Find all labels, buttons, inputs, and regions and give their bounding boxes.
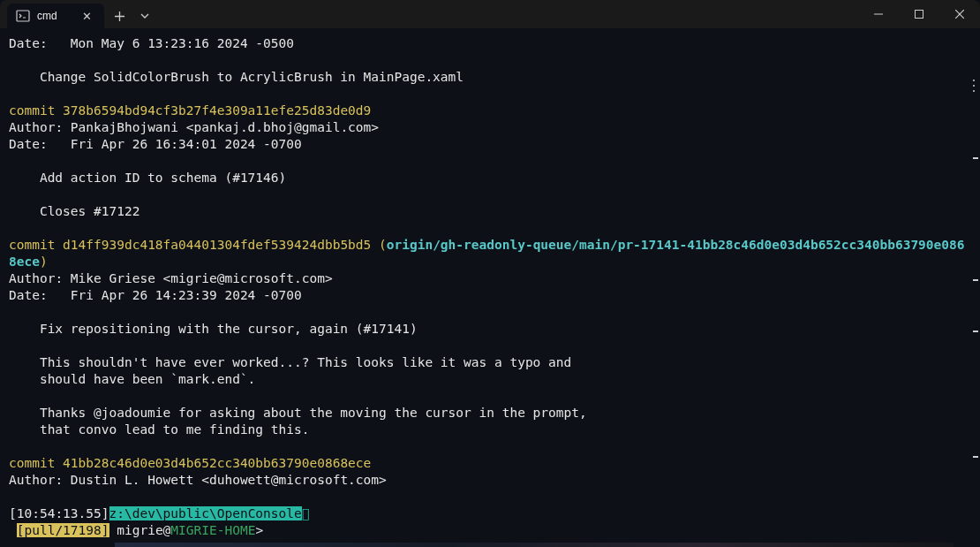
commit-ref-suffix: ): [40, 255, 48, 269]
blank-line: [9, 186, 971, 203]
log-line: Change SolidColorBrush to AcrylicBrush i…: [9, 69, 971, 86]
title-bar: cmd ✕: [0, 0, 980, 28]
log-line: Thanks @joadoumie for asking about the m…: [9, 405, 971, 422]
commit-line: commit d14ff939dc418fa04401304fdef539424…: [9, 237, 971, 270]
taskbar-sliver: [115, 543, 954, 547]
prompt-gt: >: [255, 523, 263, 537]
commit-line: commit 41bb28c46d0e03d4b652cc340bb63790e…: [9, 455, 971, 472]
log-line: Fix repositioning with the cursor, again…: [9, 321, 971, 338]
log-line: Author: Mike Griese <migrie@microsoft.co…: [9, 270, 971, 287]
log-line: Date: Mon May 6 13:23:16 2024 -0500: [9, 35, 971, 52]
blank-line: [9, 86, 971, 103]
blank-line: [9, 220, 971, 237]
log-line: Author: PankajBhojwani <pankaj.d.bhoj@gm…: [9, 119, 971, 136]
log-line: Closes #17122: [9, 203, 971, 220]
blank-line: [9, 489, 971, 505]
prompt-line-2[interactable]: [pull/17198] migrie@MIGRIE-HOME>: [9, 522, 971, 539]
maximize-button[interactable]: [899, 0, 939, 28]
blank-line: [9, 52, 971, 69]
terminal-icon: [16, 9, 30, 23]
log-line: Date: Fri Apr 26 16:34:01 2024 -0700: [9, 136, 971, 153]
prompt-path: z:\dev\public\OpenConsole: [109, 506, 302, 520]
svg-rect-0: [17, 11, 29, 21]
prompt-time: [10:54:13.55]: [9, 506, 109, 520]
svg-rect-5: [916, 11, 923, 19]
commit-line: commit 378b6594bd94cf3b27f4e309a11efe25d…: [9, 103, 971, 119]
log-line: This shouldn't have ever worked...? This…: [9, 354, 971, 371]
new-tab-dropdown[interactable]: [134, 4, 155, 28]
prompt-user: migrie@: [109, 523, 171, 537]
commit-hash: commit d14ff939dc418fa04401304fdef539424…: [9, 238, 387, 252]
terminal-viewport[interactable]: Date: Mon May 6 13:23:16 2024 -0500 Chan…: [0, 28, 980, 547]
blank-line: [9, 388, 971, 405]
blank-line: [9, 338, 971, 354]
tab-close-button[interactable]: ✕: [79, 8, 95, 25]
log-line: should have been `mark.end`.: [9, 371, 971, 388]
prompt-arrow-icon: : [302, 506, 310, 520]
scrollbar-marks: [973, 34, 978, 542]
log-line: that convo lead to me finding this.: [9, 422, 971, 438]
log-line: Author: Dustin L. Howett <duhowett@micro…: [9, 472, 971, 489]
tab-cmd[interactable]: cmd ✕: [7, 4, 104, 28]
blank-line: [9, 304, 971, 321]
prompt-branch: [pull/17198]: [17, 523, 109, 537]
tab-title: cmd: [37, 8, 72, 25]
close-button[interactable]: [939, 0, 980, 28]
prompt-line-1: [10:54:13.55]z:\dev\public\OpenConsole: [9, 505, 971, 522]
log-line: Date: Fri Apr 26 14:23:39 2024 -0700: [9, 287, 971, 304]
blank-line: [9, 153, 971, 170]
blank-line: [9, 438, 971, 455]
new-tab-button[interactable]: [104, 4, 134, 28]
log-line: Add action ID to schema (#17146): [9, 170, 971, 186]
more-indicator-icon: [973, 80, 975, 92]
title-bar-drag-area[interactable]: [155, 0, 858, 28]
prompt-host: MIGRIE-HOME: [170, 523, 255, 537]
minimize-button[interactable]: [858, 0, 899, 28]
